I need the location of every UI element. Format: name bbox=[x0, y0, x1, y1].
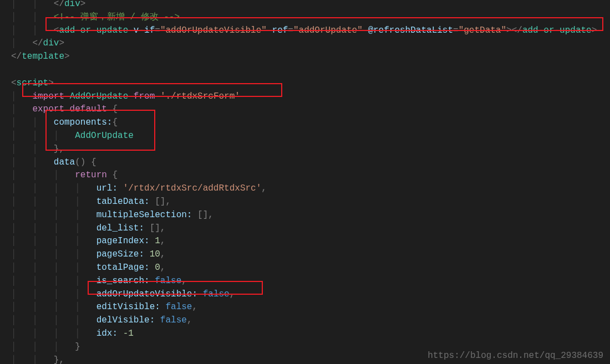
code-comment: <!-- 弹窗，新增 / 修改 --> bbox=[54, 12, 180, 22]
watermark-text: https://blog.csdn.net/qq_29384639 bbox=[428, 351, 603, 361]
code-editor[interactable]: │ │ </div> │ │ <!-- 弹窗，新增 / 修改 --> │ │ <… bbox=[0, 0, 610, 364]
code-content: │ │ </div> │ │ <!-- 弹窗，新增 / 修改 --> │ │ <… bbox=[11, 0, 597, 364]
